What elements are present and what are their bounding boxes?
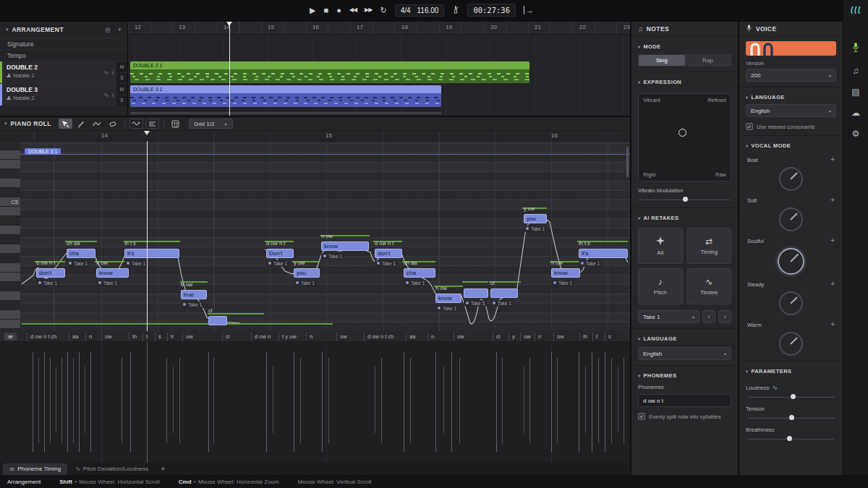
singer-name[interactable]: Natalie 2: [13, 95, 35, 101]
add-vocal-mode-button[interactable]: +: [830, 322, 835, 328]
timing-boundary-line[interactable]: [524, 367, 524, 433]
note-body[interactable]: you: [524, 214, 547, 223]
piano-key[interactable]: C5: [0, 197, 20, 207]
note-body[interactable]: [208, 316, 227, 325]
note[interactable]: d ow n t don't Take 1: [375, 240, 402, 267]
take-select[interactable]: Take 1 ▾: [638, 310, 699, 323]
piano-key[interactable]: [0, 160, 20, 169]
tension-slider[interactable]: [747, 414, 835, 421]
pencil-tool-icon[interactable]: [75, 119, 88, 129]
phoneme-segment[interactable]: d ow n t ch: [367, 333, 393, 340]
timing-boundary-line[interactable]: [410, 358, 411, 443]
collapse-chevron-icon[interactable]: ▾: [6, 27, 9, 33]
note[interactable]: n ow know Take 1: [435, 285, 461, 312]
note[interactable]: ih t s it's Take 1: [124, 240, 179, 267]
piano-key[interactable]: [0, 216, 20, 226]
timeline-ruler[interactable]: 12 13 14 15 16 17 18 19 20 21 22 23: [128, 22, 630, 35]
timing-boundary-line[interactable]: [50, 358, 51, 443]
note-phonemes[interactable]: cl: [490, 280, 518, 288]
timing-boundary-line[interactable]: [213, 358, 214, 443]
piano-key[interactable]: [0, 273, 20, 282]
relaxed-consonants-row[interactable]: ✓ Use relaxed consonants: [746, 123, 836, 130]
tab-pitch-deviation[interactable]: ∿ Pitch Deviation/Loudness: [69, 463, 155, 475]
steady-knob[interactable]: [779, 291, 803, 315]
bold-knob[interactable]: [779, 167, 803, 191]
note[interactable]: Take 1: [464, 280, 488, 307]
piano-key[interactable]: [0, 310, 20, 320]
note-body[interactable]: know: [435, 294, 461, 303]
piano-key[interactable]: [0, 282, 20, 291]
rewind-button[interactable]: ◀◀: [349, 7, 357, 13]
phoneme-segment[interactable]: t y uw: [282, 333, 297, 340]
note[interactable]: ch aa cha Take 1: [404, 260, 435, 286]
phoneme-segment[interactable]: ih: [132, 333, 137, 340]
timing-boundary-line[interactable]: [328, 358, 329, 443]
phoneme-segment[interactable]: y: [512, 333, 515, 340]
track-name[interactable]: DOUBLE 2: [7, 64, 104, 71]
track-row-double3[interactable]: DOUBLE 3 Natalie 2 ∿ i M S: [0, 83, 127, 106]
signature-tempo-chip[interactable]: 4/4 116.00: [395, 4, 445, 17]
loudness-slider[interactable]: [747, 393, 835, 400]
solo-button[interactable]: S: [116, 95, 127, 106]
grid-settings-icon[interactable]: [169, 119, 182, 129]
phoneme-segment[interactable]: ow: [457, 333, 464, 340]
timing-boundary-line[interactable]: [502, 358, 503, 443]
take-badge[interactable]: Take 1: [435, 305, 459, 312]
stop-button[interactable]: ■: [323, 7, 328, 14]
phoneme-timing-view[interactable]: [0, 342, 630, 463]
target-icon[interactable]: ◎: [105, 26, 111, 33]
note-phonemes[interactable]: n ow: [551, 260, 580, 268]
note-body[interactable]: [490, 288, 518, 298]
timing-boundary-line[interactable]: [122, 358, 122, 443]
note-phonemes[interactable]: n ow: [435, 285, 461, 294]
timing-boundary-line[interactable]: [90, 352, 91, 452]
slider-handle[interactable]: [791, 394, 796, 399]
phoneme-segment[interactable]: ow: [340, 333, 347, 340]
timing-boundary-line[interactable]: [61, 358, 62, 443]
take-badge[interactable]: Take 1: [36, 280, 59, 286]
track-wave-icon[interactable]: ∿: [104, 92, 109, 98]
phoneme-segment[interactable]: cl: [496, 333, 500, 340]
note[interactable]: cl Take 1: [490, 280, 518, 307]
note-body[interactable]: cha: [67, 249, 95, 258]
voice-language-section-header[interactable]: ▾ LANGUAGE: [739, 87, 843, 104]
expression-xy-pad[interactable]: Vibrant Refined Rigid Raw: [638, 93, 731, 181]
add-vocal-mode-button[interactable]: +: [830, 197, 835, 204]
timing-boundary-line[interactable]: [56, 367, 56, 433]
time-signature[interactable]: 4/4: [401, 7, 411, 14]
piano-key[interactable]: [0, 301, 20, 310]
clip-label[interactable]: DOUBLE 3 1: [130, 85, 441, 93]
note[interactable]: ih t s it's Take 1: [579, 240, 628, 267]
curve-edit-icon[interactable]: ∿: [773, 384, 778, 391]
checkbox-checked-icon[interactable]: ✓: [746, 123, 753, 130]
phoneme-segment[interactable]: d ow n t ch: [30, 333, 56, 340]
phoneme-segment[interactable]: n: [89, 333, 92, 340]
retake-pitch-button[interactable]: ♪ Pitch: [638, 268, 683, 304]
timing-boundary-line[interactable]: [585, 367, 586, 433]
piano-key[interactable]: [0, 188, 20, 197]
note-body[interactable]: it's: [579, 249, 628, 258]
piano-roll-ruler[interactable]: 14 15 16: [0, 131, 630, 141]
mute-button[interactable]: M: [116, 61, 127, 73]
solo-button[interactable]: S: [116, 73, 127, 84]
loop-button[interactable]: ↻: [380, 7, 386, 14]
note-body[interactable]: Don't: [266, 249, 294, 258]
voice-language-select[interactable]: English ▾: [746, 104, 836, 117]
timeline-scrollbar[interactable]: [130, 112, 441, 114]
note[interactable]: y uw you Take 1: [524, 205, 547, 232]
phoneme-segment[interactable]: uw: [524, 333, 531, 340]
parameters-section-header[interactable]: ▾ PARAMETERS: [739, 361, 843, 378]
timing-boundary-line[interactable]: [605, 352, 605, 452]
timing-boundary-line[interactable]: [322, 352, 323, 452]
phoneme-segment[interactable]: cl: [226, 333, 229, 340]
note-body[interactable]: cha: [404, 268, 435, 278]
expression-handle[interactable]: [678, 129, 686, 137]
phonemes-input[interactable]: [638, 394, 731, 407]
clip-double2[interactable]: DOUBLE 2 1: [130, 61, 529, 83]
retake-timbre-button[interactable]: ∿ Timbre: [687, 268, 732, 304]
note-body[interactable]: know: [321, 241, 369, 251]
piano-key[interactable]: [0, 320, 20, 329]
note-phonemes[interactable]: d ow n t: [266, 240, 294, 249]
timing-boundary-line[interactable]: [459, 358, 460, 443]
phoneme-segment[interactable]: ow: [557, 333, 564, 340]
